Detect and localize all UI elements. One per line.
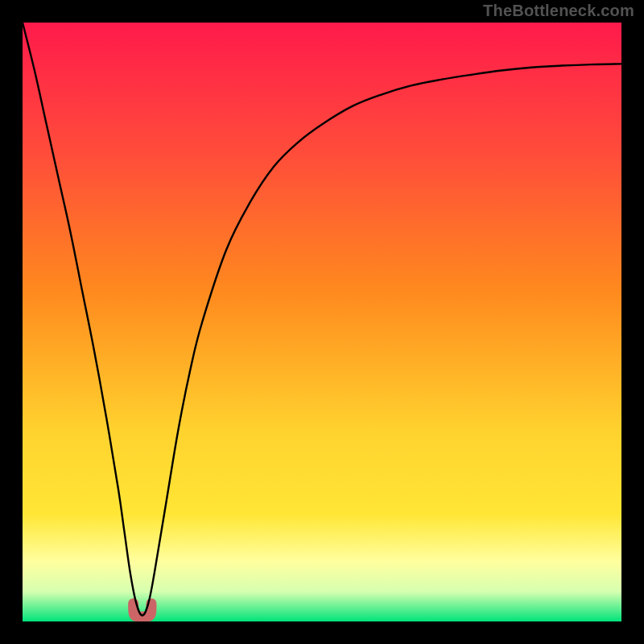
curve-layer (23, 23, 621, 621)
bottleneck-curve (23, 23, 621, 616)
chart-frame: TheBottleneck.com (0, 0, 644, 644)
watermark-text: TheBottleneck.com (483, 2, 634, 20)
plot-area (23, 23, 621, 621)
